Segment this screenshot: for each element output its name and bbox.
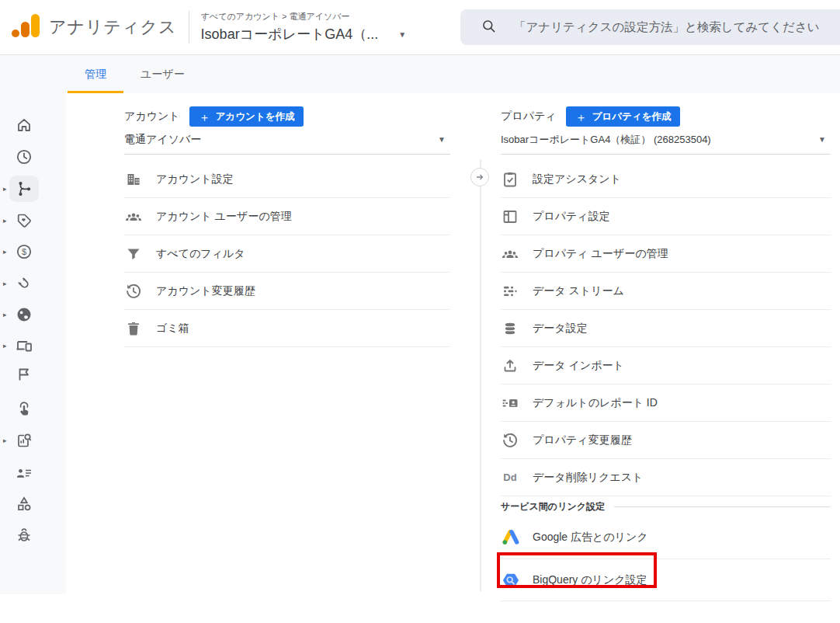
arrow-right-icon	[475, 172, 484, 182]
sidebar-item-flag[interactable]	[0, 361, 66, 388]
column-divider	[480, 159, 481, 591]
list-item-account-change-history[interactable]: アカウント変更履歴	[124, 273, 450, 310]
list-item-data-import[interactable]: データ インポート	[501, 347, 831, 385]
list-item-label: プロパティ変更履歴	[533, 433, 632, 447]
property-column-label: プロパティ	[501, 110, 557, 124]
sidebar-item-tag[interactable]: ▸	[0, 207, 66, 234]
list-item-label: データ設定	[533, 322, 588, 336]
sidebar-item-monetization[interactable]: ▸ $	[0, 238, 66, 265]
list-item-default-reporting-identity[interactable]: デフォルトのレポート ID	[501, 385, 831, 422]
list-item-property-settings[interactable]: プロパティ設定	[501, 198, 831, 235]
people-icon	[501, 245, 519, 263]
account-column: アカウント ＋ アカウントを作成 電通アイソバー ▼ アカウント設定	[124, 106, 450, 347]
list-item-label: データ インポート	[533, 359, 624, 373]
chevron-down-icon[interactable]: ▼	[398, 30, 406, 39]
dropdown-caret-icon: ▼	[438, 135, 446, 144]
sidebar-item-audience[interactable]: ▸	[0, 301, 66, 328]
sidebar-item-custom-definitions[interactable]	[0, 491, 66, 517]
tab-user[interactable]: ユーザー	[123, 55, 202, 93]
filter-icon	[124, 245, 143, 263]
tag-heart-icon	[9, 207, 39, 234]
sidebar-item-acquisition[interactable]: ▸	[0, 270, 66, 297]
collapse-column-button[interactable]	[470, 168, 489, 186]
list-item-account-user-management[interactable]: アカウント ユーザーの管理	[124, 198, 450, 235]
expand-caret-icon[interactable]: ▸	[3, 280, 7, 287]
sidebar-item-realtime[interactable]	[0, 144, 66, 170]
tab-admin[interactable]: 管理	[68, 55, 123, 93]
people-icon	[124, 207, 143, 226]
create-account-button[interactable]: ＋ アカウントを作成	[189, 106, 304, 127]
list-item-label: プロパティ設定	[533, 210, 610, 224]
account-property-picker[interactable]: すべてのアカウント > 電通アイソバー IsobarコーポレートGA4（... …	[201, 11, 457, 44]
stream-icon	[501, 282, 519, 301]
app-header: アナリティクス すべてのアカウント > 電通アイソバー Isobarコーポレート…	[0, 0, 840, 55]
property-selector-value: IsobarコーポレートGA4（検証） (268253504)	[501, 132, 818, 147]
app-name: アナリティクス	[49, 16, 177, 39]
layout-icon	[501, 207, 519, 226]
account-column-label: アカウント	[124, 110, 180, 124]
google-ads-icon	[501, 527, 521, 548]
report-search-icon	[9, 427, 39, 454]
sidebar-item-tech[interactable]: ▸	[0, 332, 66, 359]
touch-icon	[9, 395, 39, 422]
sidebar-item-audiences[interactable]	[0, 460, 66, 486]
history-icon	[501, 431, 519, 450]
create-property-button[interactable]: ＋ プロパティを作成	[566, 106, 681, 127]
list-item-label: データ ストリーム	[533, 284, 624, 298]
picker-value: IsobarコーポレートGA4（...	[201, 25, 379, 44]
list-item-bigquery-link[interactable]: BigQuery のリンク設定	[501, 559, 831, 601]
sidebar-item-home[interactable]	[0, 112, 66, 138]
property-column: プロパティ ＋ プロパティを作成 IsobarコーポレートGA4（検証） (26…	[501, 106, 831, 601]
list-item-label: データ削除リクエスト	[533, 471, 643, 485]
list-item-trash[interactable]: ゴミ箱	[124, 310, 450, 347]
debug-bug-icon	[9, 522, 39, 548]
list-item-property-change-history[interactable]: プロパティ変更履歴	[501, 422, 831, 459]
list-item-label: プロパティ ユーザーの管理	[533, 247, 668, 261]
dollar-circle-icon: $	[9, 238, 39, 265]
expand-caret-icon[interactable]: ▸	[3, 248, 7, 256]
sidebar-item-debug[interactable]	[0, 522, 66, 548]
expand-caret-icon[interactable]: ▸	[3, 437, 7, 444]
list-item-all-filters[interactable]: すべてのフィルタ	[124, 235, 450, 273]
dropdown-caret-icon: ▼	[818, 135, 826, 144]
sidebar-item-attribution[interactable]: ▸	[0, 176, 66, 202]
google-analytics-logo[interactable]	[11, 12, 42, 42]
expand-caret-icon[interactable]: ▸	[3, 311, 7, 318]
list-item-label: Google 広告とのリンク	[533, 531, 648, 545]
list-item-property-user-management[interactable]: プロパティ ユーザーの管理	[501, 235, 831, 273]
list-item-label: 設定アシスタント	[533, 172, 621, 186]
account-admin-list: アカウント設定 アカウント ユーザーの管理	[124, 161, 450, 347]
tab-bar: 管理 ユーザー	[66, 55, 840, 93]
list-item-account-settings[interactable]: アカウント設定	[124, 161, 450, 198]
account-selector[interactable]: 電通アイソバー ▼	[124, 132, 450, 155]
bigquery-icon	[501, 570, 521, 590]
upload-icon	[501, 357, 519, 375]
expand-caret-icon[interactable]: ▸	[3, 342, 7, 350]
sidebar-item-explore[interactable]: ▸	[0, 427, 66, 454]
trash-icon	[124, 319, 143, 338]
expand-caret-icon[interactable]: ▸	[3, 217, 7, 224]
user-list-icon	[9, 460, 39, 486]
search-bar[interactable]: 「アナリティクスの設定方法」と検索してみてください	[460, 9, 840, 45]
plus-icon: ＋	[575, 111, 587, 123]
search-icon	[481, 19, 496, 37]
sidebar-item-events[interactable]	[0, 395, 66, 422]
list-item-data-settings[interactable]: データ設定	[501, 310, 831, 347]
list-item-data-deletion-requests[interactable]: Dd データ削除リクエスト	[501, 459, 831, 496]
devices-icon	[9, 332, 39, 359]
clipboard-check-icon	[501, 170, 519, 189]
list-item-setup-assistant[interactable]: 設定アシスタント	[501, 161, 831, 198]
expand-caret-icon[interactable]: ▸	[3, 185, 7, 193]
breadcrumb: すべてのアカウント > 電通アイソバー	[201, 11, 457, 23]
building-icon	[124, 170, 143, 189]
left-nav: ▸ ▸ ▸	[0, 55, 66, 594]
header-divider	[189, 11, 189, 44]
list-item-google-ads-link[interactable]: Google 広告とのリンク	[501, 517, 831, 559]
property-selector[interactable]: IsobarコーポレートGA4（検証） (268253504) ▼	[501, 132, 831, 155]
list-item-label: BigQuery のリンク設定	[533, 573, 647, 587]
history-icon	[124, 282, 143, 301]
globe-icon	[9, 301, 39, 328]
tab-admin-label: 管理	[85, 68, 106, 82]
list-item-data-streams[interactable]: データ ストリーム	[501, 273, 831, 310]
attribution-nodes-icon	[9, 176, 39, 202]
